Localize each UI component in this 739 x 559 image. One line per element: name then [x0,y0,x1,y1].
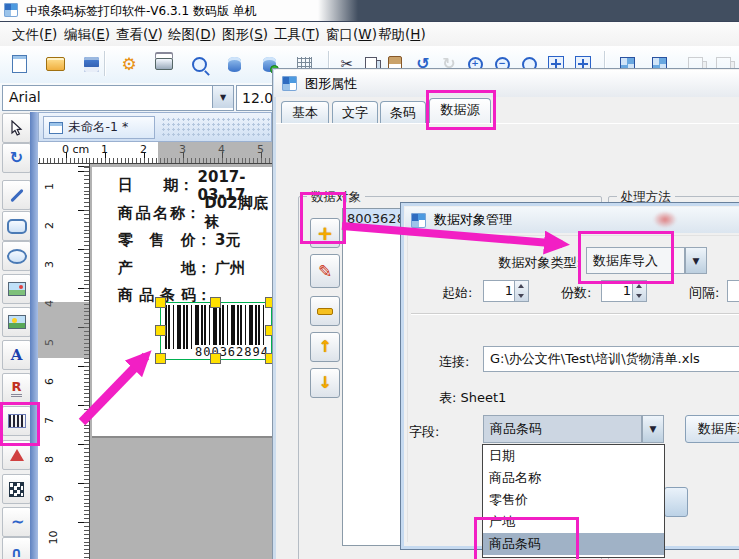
tool-text-button[interactable]: A [2,340,31,370]
document-tab[interactable]: 未命名-1 * [43,116,155,139]
page-settings-button[interactable]: ⚙ [116,51,142,77]
dialog-logo-icon [282,76,297,91]
spinner-buttons[interactable] [632,281,646,301]
chevron-down-icon[interactable]: ▼ [212,86,233,108]
print-icon [155,58,173,70]
select-icon [10,120,23,136]
label-value: 3元 [215,231,240,250]
toolbar-separator [104,51,105,76]
type-combo-arrow[interactable]: ▼ [685,247,707,274]
close-button-smudge[interactable] [653,211,677,228]
tool-image-button[interactable] [2,274,31,304]
menu-item-e[interactable]: 编辑(E) [58,25,116,43]
menu-item-s[interactable]: 图形(S) [216,25,274,43]
tab-条码[interactable]: 条码 [380,101,426,123]
field-combo-arrow[interactable]: ▼ [642,415,664,443]
tool-select-button[interactable] [2,113,31,143]
separator [411,313,739,314]
tool-ellipse-button[interactable] [2,241,31,271]
font-family-combo[interactable]: Arial ▼ [2,85,234,111]
label-colon: ： [179,176,194,195]
menu-bar: 文件(F)编辑(E)查看(V)绘图(D)图形(S)工具(T)窗口(W)帮助(H) [0,22,739,47]
connection-field[interactable]: G:\办公文件\Test\培训\货物清单.xls [483,346,739,372]
app-logo-icon [4,3,18,17]
pencil-icon: ✎ [318,263,332,280]
dialog-title: 数据对象管理 [434,211,512,229]
tool-qrcode-button[interactable] [2,474,31,504]
interval-spinner[interactable]: 1 [727,280,739,302]
font-bar: Arial ▼ 12.0 [0,83,272,112]
selection-handle[interactable] [210,353,221,364]
label-text-line[interactable]: 商品名称：D02脚底袜 [118,200,272,227]
remove-data-object-button[interactable] [310,296,340,326]
qrcode-icon [9,482,24,497]
highlight-edit-button [300,192,346,244]
tool-rotate-button[interactable]: ↻ [2,143,31,173]
selection-handle[interactable] [155,297,166,308]
start-label: 起始: [442,284,472,302]
h-ruler-number: 1 [101,143,108,156]
highlight-datasource-tab [426,90,496,130]
canvas-area[interactable]: 日期：2017-03-17商品名称：D02脚底袜零售价：3元产地：广州商品条码： [90,164,272,559]
field-option-商品名称[interactable]: 商品名称 [483,467,664,489]
tab-文字[interactable]: 文字 [332,101,378,123]
barcode-object[interactable]: 800362894 [160,302,272,360]
move-down-button[interactable]: ↓ [310,368,340,398]
label-text-line[interactable]: 产地：广州 [118,255,245,282]
hidden-button-fragment[interactable] [664,487,688,517]
label-colon: ： [196,231,211,250]
tool-line-button[interactable] [2,180,31,210]
move-up-button[interactable]: ↑ [310,332,340,362]
down-arrow-icon: ↓ [318,375,331,391]
label-colon: ： [196,259,211,278]
menu-item-v[interactable]: 查看(V) [110,25,169,43]
v-ruler-number: 7 [43,417,56,424]
field-value: 商品条码 [490,420,542,438]
image-icon [8,282,26,296]
field-combo[interactable]: 商品条码 [483,415,642,443]
line-icon [10,188,23,201]
selection-handle[interactable] [155,353,166,364]
print-preview-icon [192,57,207,72]
tool-arc-button[interactable]: ∩ [2,537,31,559]
dialog-title-bar: 数据对象管理 [405,207,739,233]
spinner-buttons[interactable] [514,281,528,301]
label-text-line[interactable]: 零售价：3元 [118,227,240,254]
connection-label: 连接: [439,353,469,371]
barcode-digits: 800362894 [194,345,270,359]
save-icon [84,57,99,72]
highlight-type-combo [578,231,674,284]
field-option-零售价[interactable]: 零售价 [483,489,664,511]
menu-item-f[interactable]: 文件(F) [6,25,63,43]
font-family-value: Arial [9,89,41,105]
tool-rich-text-button[interactable]: R [2,373,31,403]
app-window: 中琅条码标签打印软件-V6.3.1 数码版 单机 文件(F)编辑(E)查看(V)… [0,0,739,559]
print-button[interactable] [151,51,177,77]
open-file-button[interactable] [42,51,68,77]
menu-item-d[interactable]: 绘图(D) [162,25,222,43]
tool-picture-button[interactable] [2,307,31,337]
database-import-button[interactable] [221,51,247,77]
curve-icon: ~ [10,514,23,530]
shape-icon [10,449,24,461]
selection-handle[interactable] [155,325,166,336]
document-tab-bar: 未命名-1 * [38,112,272,142]
page-settings-icon: ⚙ [121,56,136,73]
desktop-background [318,0,739,21]
print-preview-button[interactable] [186,51,212,77]
edit-data-object-button[interactable]: ✎ [310,254,340,288]
database-connect-button[interactable]: 数据库连接 [685,415,739,443]
selection-handle[interactable] [210,297,221,308]
field-option-日期[interactable]: 日期 [483,445,664,467]
field-label: 字段: [409,423,439,441]
menu-item-h[interactable]: 帮助(H) [372,25,432,43]
menu-item-t[interactable]: 工具(T) [268,25,326,43]
new-document-button[interactable] [6,51,32,77]
table-value: Sheet1 [461,390,507,405]
save-button[interactable] [78,51,104,77]
tool-rounded-rect-button[interactable] [2,211,31,241]
tab-基本[interactable]: 基本 [281,101,329,123]
tool-curve-button[interactable]: ~ [2,507,31,537]
start-spinner[interactable]: 1 [483,280,529,302]
rich-text-icon: R [11,380,21,397]
